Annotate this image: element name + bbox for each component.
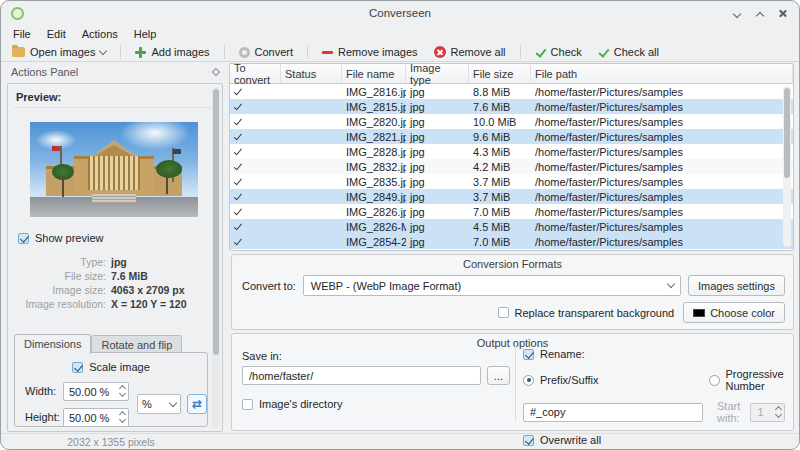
preview-image xyxy=(30,122,198,217)
table-row[interactable]: IMG_2849.jpgjpg3.7 MiB/home/faster/Pictu… xyxy=(230,189,793,204)
check-button[interactable]: Check xyxy=(530,45,587,59)
checkbox-checked-icon xyxy=(72,362,83,373)
file-path-cell: /home/faster/Pictures/samples xyxy=(531,236,793,248)
menu-item-file[interactable]: File xyxy=(5,26,39,42)
file-name-cell: IMG_2816.jpg xyxy=(342,86,406,98)
table-row[interactable]: IMG_2835.jpgjpg3.7 MiB/home/faster/Pictu… xyxy=(230,174,793,189)
file-name-cell: IMG_2849.jpg xyxy=(342,191,406,203)
column-header-file-size[interactable]: File size xyxy=(469,64,531,83)
format-value: WEBP - (WebP Image Format) xyxy=(311,280,461,292)
to-convert-cell[interactable] xyxy=(230,116,281,128)
width-spinbox[interactable]: 50.00 % xyxy=(63,382,129,401)
to-convert-cell[interactable] xyxy=(230,191,281,203)
file-size-cell: 10.0 MiB xyxy=(469,116,531,128)
title-bar[interactable]: Converseen xyxy=(1,1,799,25)
progressive-number-radio[interactable]: Progressive Number xyxy=(709,368,786,392)
output-options-group: Output options Save in: /home/faster/ ..… xyxy=(231,333,794,431)
rename-checkbox[interactable]: Rename: xyxy=(523,348,785,360)
show-preview-checkbox[interactable]: Show preview xyxy=(18,232,222,244)
table-row[interactable]: IMG_2821.jpgjpg9.6 MiB/home/faster/Pictu… xyxy=(230,129,793,144)
to-convert-cell[interactable] xyxy=(230,206,281,218)
rename-pattern-input[interactable]: #_copy xyxy=(523,403,703,422)
file-table: To convertStatusFile nameImage typeFile … xyxy=(229,63,794,251)
scrollbar-thumb[interactable] xyxy=(784,88,790,178)
to-convert-cell[interactable] xyxy=(230,161,281,173)
actions-panel-header[interactable]: Actions Panel xyxy=(3,63,227,81)
spinner-arrows-icon[interactable] xyxy=(120,412,125,422)
to-convert-cell[interactable] xyxy=(230,101,281,113)
to-convert-cell[interactable] xyxy=(230,146,281,158)
choose-color-button[interactable]: Choose color xyxy=(683,302,785,323)
menu-item-actions[interactable]: Actions xyxy=(74,26,126,42)
minimize-button[interactable] xyxy=(731,7,743,19)
scale-image-checkbox[interactable]: Scale image xyxy=(21,361,201,373)
main-area: To convertStatusFile nameImage typeFile … xyxy=(229,63,794,432)
menu-item-edit[interactable]: Edit xyxy=(39,26,74,42)
add-images-button[interactable]: Add images xyxy=(130,45,214,59)
height-spinbox[interactable]: 50.00 % xyxy=(63,408,129,427)
menu-item-help[interactable]: Help xyxy=(126,26,165,42)
chevron-down-icon xyxy=(99,46,107,54)
table-row[interactable]: IMG_2820.jpgjpg10.0 MiB/home/faster/Pict… xyxy=(230,114,793,129)
column-header-file-name[interactable]: File name xyxy=(342,64,406,83)
prefix-suffix-radio[interactable]: Prefix/Suffix xyxy=(523,374,599,386)
column-header-image-type[interactable]: Image type xyxy=(406,64,469,83)
table-scrollbar[interactable] xyxy=(783,86,791,247)
reset-dimensions-button[interactable]: ⇄ xyxy=(187,394,207,414)
radio-unselected-icon xyxy=(709,375,720,386)
height-label: Height: xyxy=(25,411,60,423)
remove-all-button[interactable]: Remove all xyxy=(429,45,511,59)
table-row[interactable]: IMG_2828.jpgjpg4.3 MiB/home/faster/Pictu… xyxy=(230,144,793,159)
info-label: File size: xyxy=(8,270,106,282)
open-images-button[interactable]: Open images xyxy=(7,45,111,59)
close-button[interactable] xyxy=(777,7,789,19)
check-all-button[interactable]: Check all xyxy=(593,45,664,59)
format-combobox[interactable]: WEBP - (WebP Image Format) xyxy=(303,275,681,296)
maximize-button[interactable] xyxy=(754,7,766,19)
panel-scrollbar[interactable] xyxy=(212,87,220,428)
images-settings-button[interactable]: Images settings xyxy=(688,275,785,296)
to-convert-cell[interactable] xyxy=(230,221,281,233)
choose-color-label: Choose color xyxy=(710,307,775,319)
table-row[interactable]: IMG_2826.jpgjpg7.0 MiB/home/faster/Pictu… xyxy=(230,204,793,219)
save-in-input[interactable]: /home/faster/ xyxy=(242,366,481,385)
toolbar-separator xyxy=(224,45,225,59)
replace-transparent-checkbox[interactable]: Replace transparent background xyxy=(498,307,675,319)
column-header-status[interactable]: Status xyxy=(281,64,342,83)
images-directory-checkbox[interactable]: Image's directory xyxy=(242,398,510,410)
file-size-cell: 4.3 MiB xyxy=(469,146,531,158)
flag xyxy=(173,149,181,154)
column-header-to-convert[interactable]: To convert xyxy=(230,64,281,83)
to-convert-cell[interactable] xyxy=(230,236,281,248)
table-row[interactable]: IMG_2832.jpgjpg4.2 MiB/home/faster/Pictu… xyxy=(230,159,793,174)
to-convert-cell[interactable] xyxy=(230,131,281,143)
file-path-cell: /home/faster/Pictures/samples xyxy=(531,176,793,188)
conversion-formats-title: Conversion Formats xyxy=(232,255,793,270)
tab-dimensions[interactable]: Dimensions xyxy=(14,334,91,354)
scrollbar-thumb[interactable] xyxy=(213,89,219,355)
start-with-spinner[interactable]: 1 xyxy=(750,403,785,422)
table-row[interactable]: IMG_2816.jpgjpg8.8 MiB/home/faster/Pictu… xyxy=(230,84,793,99)
file-name-cell: IMG_2821.jpg xyxy=(342,131,406,143)
column-header-file-path[interactable]: File path xyxy=(531,64,793,83)
float-panel-icon[interactable] xyxy=(212,68,220,76)
file-name-cell: IMG_2835.jpg xyxy=(342,176,406,188)
convert-button[interactable]: Convert xyxy=(234,45,299,59)
file-size-cell: 7.0 MiB xyxy=(469,236,531,248)
table-row[interactable]: IMG_2854-2.j...jpg7.0 MiB/home/faster/Pi… xyxy=(230,234,793,249)
table-row[interactable]: IMG_2815.jpgjpg7.6 MiB/home/faster/Pictu… xyxy=(230,99,793,114)
building-pediment xyxy=(92,140,136,156)
table-row[interactable]: IMG_2826-M...jpg4.5 MiB/home/faster/Pict… xyxy=(230,219,793,234)
file-size-cell: 8.8 MiB xyxy=(469,86,531,98)
to-convert-cell[interactable] xyxy=(230,176,281,188)
to-convert-cell[interactable] xyxy=(230,86,281,98)
unit-value: % xyxy=(142,398,152,410)
toolbar-separator xyxy=(520,45,521,59)
image-type-cell: jpg xyxy=(406,221,469,233)
info-value: X = 120 Y = 120 xyxy=(111,298,222,310)
check-icon xyxy=(535,47,546,58)
remove-images-button[interactable]: Remove images xyxy=(317,45,422,59)
spinner-arrows-icon[interactable] xyxy=(120,386,125,396)
browse-button[interactable]: ... xyxy=(487,366,510,385)
unit-combobox[interactable]: % xyxy=(137,394,181,414)
